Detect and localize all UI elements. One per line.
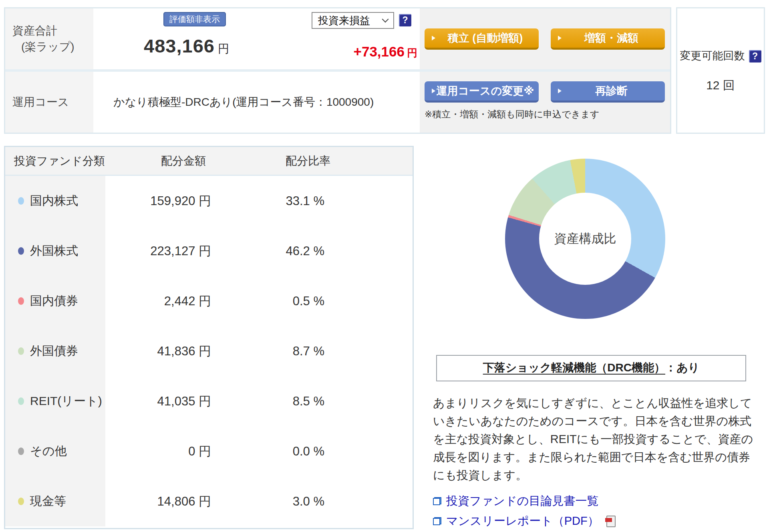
fund-ratio-cell: 0.5 % [262,276,413,326]
change-count-label-line: 変更可能回数? [677,48,764,63]
arrow-right-icon [558,36,562,40]
drc-feature-value: ：あり [665,361,699,374]
profit-period-select[interactable]: 投資来損益 [312,12,394,29]
drc-feature-box: 下落ショック軽減機能（DRC機能）：あり [436,355,746,381]
category-color-dot [18,347,24,355]
external-window-icon [433,497,441,505]
document-link-label: マンスリーレポート（PDF） [446,513,599,529]
column-header-ratio: 配分比率 [262,153,413,169]
course-value-cell: かなり積極型-DRCあり(運用コース番号：1000900) [93,72,420,133]
increase-decrease-button[interactable]: 増額・減額 [551,28,665,50]
arrow-right-icon [558,89,562,93]
document-links: 投資ファンドの目論見書一覧 マンスリーレポート（PDF） [433,493,765,529]
fund-category-cell: 外国株式 [5,226,105,276]
pdf-file-icon [606,516,616,527]
tsumitate-button-label: 積立 (自動増額) [448,32,523,44]
account-summary-panel: 資産合計 (楽ラップ) 評価額非表示 483,166円 投資来損益 ? +73,… [4,7,765,134]
course-description: あまりリスクを気にしすぎずに、とことん収益性を追求していきたいあなたのためのコー… [433,394,753,484]
fund-amount-cell: 14,806 円 [105,476,262,526]
category-color-dot [18,498,24,505]
fund-category-cell: REIT(リート) [5,376,105,426]
document-link[interactable]: 投資ファンドの目論見書一覧 [433,493,765,509]
category-color-dot [18,447,24,455]
composition-column: 資産構成比 下落ショック軽減機能（DRC機能）：あり あまりリスクを気にしすぎず… [433,146,765,529]
asset-total-row: 資産合計 (楽ラップ) 評価額非表示 483,166円 投資来損益 ? +73,… [5,8,670,69]
fund-category-label: 国内株式 [30,193,78,209]
profit-help-icon[interactable]: ? [399,14,411,26]
fund-category-cell: 国内債券 [5,276,105,326]
fund-category-cell: 外国債券 [5,326,105,376]
asset-total-value-cell: 評価額非表示 483,166円 [93,8,312,69]
fund-ratio-cell: 33.1 % [262,176,413,226]
increase-decrease-button-label: 増額・減額 [584,32,638,44]
fund-ratio-cell: 46.2 % [262,226,413,276]
fund-ratio-cell: 0.0 % [262,426,413,476]
course-label-cell: 運用コース [5,72,93,133]
fund-table-header: 投資ファンド分類 配分金額 配分比率 [5,147,413,176]
category-color-dot [18,197,24,205]
course-row: 運用コース かなり積極型-DRCあり(運用コース番号：1000900) 運用コー… [5,72,670,133]
fund-amount-cell: 159,920 円 [105,176,262,226]
table-row: 国内株式 159,920 円 33.1 % [5,176,413,226]
change-count-value: 12 回 [677,77,764,94]
fund-amount-cell: 223,127 円 [105,226,262,276]
drc-feature-title: 下落ショック軽減機能（DRC機能） [483,361,665,374]
document-link[interactable]: マンスリーレポート（PDF） [433,513,765,529]
hide-valuation-button[interactable]: 評価額非表示 [163,12,226,26]
fund-category-label: 国内債券 [30,293,78,309]
allocation-section: 投資ファンド分類 配分金額 配分比率 国内株式 159,920 円 33.1 %… [4,146,765,529]
fund-ratio-cell: 8.7 % [262,326,413,376]
course-note: ※積立・増額・減額も同時に申込できます [425,108,670,121]
change-count-label: 変更可能回数 [680,50,745,62]
change-count-help-icon[interactable]: ? [749,50,761,62]
category-color-dot [18,297,24,305]
asset-composition-donut-chart: 資産構成比 [505,159,665,319]
summary-main-box: 資産合計 (楽ラップ) 評価額非表示 483,166円 投資来損益 ? +73,… [4,7,671,134]
profit-cell: 投資来損益 ? +73,166円 [312,8,420,69]
fund-ratio-cell: 8.5 % [262,376,413,426]
profit-value: +73,166円 [354,44,418,60]
chevron-down-icon [382,16,389,23]
asset-total-amount: 483,166円 [93,35,312,57]
profit-number: +73,166 [354,44,405,59]
fund-amount-cell: 0 円 [105,426,262,476]
fund-category-label: 現金等 [30,493,66,510]
table-row: 国内債券 2,442 円 0.5 % [5,276,413,326]
document-link-label: 投資ファンドの目論見書一覧 [446,493,598,509]
fund-category-cell: 国内株式 [5,176,105,226]
table-row: 外国債券 41,836 円 8.7 % [5,326,413,376]
asset-total-label-cell: 資産合計 (楽ラップ) [5,8,93,69]
fund-category-label: REIT(リート) [30,393,102,409]
fund-category-cell: その他 [5,426,105,476]
rediagnosis-button-label: 再診断 [595,85,628,97]
table-row: REIT(リート) 41,035 円 8.5 % [5,376,413,426]
profit-unit: 円 [407,47,417,59]
column-header-category: 投資ファンド分類 [5,153,105,169]
external-window-icon [433,517,441,525]
change-count-box: 変更可能回数? 12 回 [676,7,765,134]
column-header-amount: 配分金額 [105,153,262,169]
fund-table-body: 国内株式 159,920 円 33.1 % 外国株式 223,127 円 46.… [5,176,413,526]
course-buttons-row: 運用コースの変更※ 再診断 [425,81,670,103]
asset-total-label: 資産合計 [12,23,93,39]
profit-period-selected-value: 投資来損益 [318,14,370,28]
fund-allocation-table: 投資ファンド分類 配分金額 配分比率 国内株式 159,920 円 33.1 %… [4,146,414,529]
fund-amount-cell: 41,836 円 [105,326,262,376]
fund-amount-cell: 41,035 円 [105,376,262,426]
arrow-right-icon [432,36,435,40]
table-row: 現金等 14,806 円 3.0 % [5,476,413,526]
table-row: 外国株式 223,127 円 46.2 % [5,226,413,276]
fund-category-label: 外国債券 [30,343,78,359]
donut-center-label: 資産構成比 [539,193,631,285]
change-course-button-label: 運用コースの変更※ [436,85,534,97]
fund-category-label: その他 [30,443,66,459]
fund-category-label: 外国株式 [30,243,78,259]
tsumitate-button[interactable]: 積立 (自動増額) [425,28,539,50]
arrow-right-icon [432,89,435,93]
asset-total-unit: 円 [218,42,229,55]
rediagnosis-button[interactable]: 再診断 [551,81,665,103]
course-label: 運用コース [12,94,93,110]
change-course-button[interactable]: 運用コースの変更※ [425,81,539,103]
table-row: その他 0 円 0.0 % [5,426,413,476]
category-color-dot [18,247,24,255]
